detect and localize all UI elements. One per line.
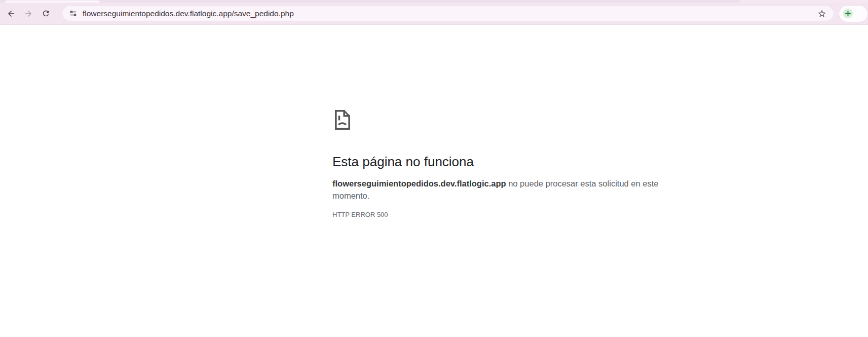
error-message-line2: momento. xyxy=(332,191,369,200)
address-bar[interactable]: flowerseguimientopedidos.dev.flatlogic.a… xyxy=(62,6,834,21)
error-host: flowerseguimientopedidos.dev.flatlogic.a… xyxy=(332,179,506,188)
error-content-column: Esta página no funciona flowerseguimient… xyxy=(332,109,687,218)
reload-icon xyxy=(42,9,50,18)
error-message-rest: no puede procesar esta solicitud en este xyxy=(506,179,659,188)
error-title: Esta página no funciona xyxy=(332,154,687,170)
url-text[interactable]: flowerseguimientopedidos.dev.flatlogic.a… xyxy=(83,9,817,18)
error-page: Esta página no funciona flowerseguimient… xyxy=(0,25,868,337)
back-icon xyxy=(7,9,16,18)
sad-file-icon xyxy=(334,109,351,131)
error-message: flowerseguimientopedidos.dev.flatlogic.a… xyxy=(332,177,687,202)
reload-button[interactable] xyxy=(39,7,53,21)
browser-toolbar: flowerseguimientopedidos.dev.flatlogic.a… xyxy=(0,3,868,25)
bookmark-star-icon[interactable] xyxy=(817,9,826,18)
forward-icon xyxy=(24,9,33,18)
forward-button[interactable] xyxy=(21,7,35,21)
browser-window: flowerseguimientopedidos.dev.flatlogic.a… xyxy=(0,0,868,337)
profile-button[interactable] xyxy=(839,5,868,22)
plus-icon xyxy=(843,9,853,18)
site-settings-icon[interactable] xyxy=(69,9,78,18)
error-code: HTTP ERROR 500 xyxy=(332,211,687,218)
back-button[interactable] xyxy=(4,7,18,21)
